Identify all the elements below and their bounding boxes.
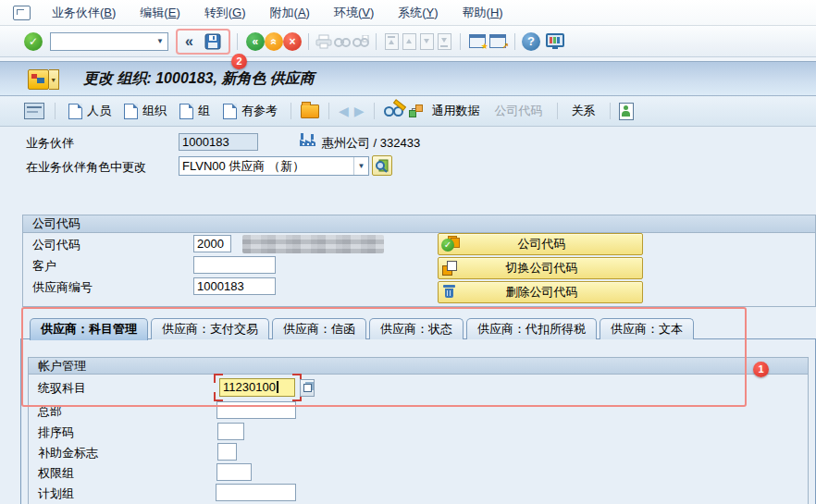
first-page-button[interactable] [385, 33, 399, 50]
menu-item-3[interactable]: 附加(A) [258, 1, 322, 25]
role-search-button[interactable] [372, 155, 392, 176]
overview-button[interactable] [24, 103, 44, 119]
create-organization-button[interactable]: 组织 [117, 100, 173, 122]
shortcut-arrow-icon: ↗ [501, 43, 509, 51]
delete-company-code-label: 删除公司代码 [460, 284, 624, 301]
services-for-object-button[interactable]: ▼ [28, 69, 59, 88]
switch-icon [441, 260, 460, 277]
menu-item-2[interactable]: 转到(G) [192, 1, 258, 25]
planning-group-label: 计划组 [38, 486, 74, 502]
partner-card-icon[interactable] [619, 103, 634, 120]
menu-bar: 业务伙伴(B)编辑(E)转到(G)附加(A)环境(V)系统(Y)帮助(H) [0, 0, 816, 26]
create-shortcut-button[interactable]: ↗ [489, 34, 506, 48]
system-menu-icon[interactable] [13, 6, 31, 20]
bp-description: 惠州公司 / 332433 [322, 135, 420, 152]
document-icon [223, 104, 237, 119]
arrow-left-icon: ◀ [339, 104, 349, 118]
menu-items: 业务伙伴(B)编辑(E)转到(G)附加(A)环境(V)系统(Y)帮助(H) [40, 1, 515, 25]
tab-strip: 供应商：科目管理供应商：支付交易供应商：信函供应商：状态供应商：代扣所得税供应商… [30, 318, 697, 340]
tab-3[interactable]: 供应商：状态 [369, 318, 464, 339]
chevron-down-icon[interactable]: ▼ [153, 37, 167, 45]
standard-toolbar: ✓ ▼ « « « × [0, 26, 816, 57]
authorization-group-field[interactable] [216, 463, 252, 481]
customer-field[interactable] [193, 256, 276, 274]
company-code-field[interactable]: 2000 [193, 235, 231, 252]
check-icon: ✓ [29, 36, 38, 47]
monitor-icon [546, 33, 564, 50]
create-organization-label: 组织 [142, 103, 167, 119]
page-title: 更改 组织: 1000183, 新角色 供应商 [83, 69, 315, 89]
switch-company-code-button[interactable]: 切换公司代码 [438, 257, 643, 279]
find-next-button[interactable] [352, 35, 369, 48]
authorization-group-label: 权限组 [38, 465, 74, 482]
document-icon [124, 104, 138, 119]
enter-button[interactable]: ✓ [24, 32, 43, 51]
previous-bp-button[interactable]: ◀ [339, 104, 349, 118]
exit-up-button[interactable]: « [265, 32, 283, 51]
help-button[interactable]: ? [522, 32, 540, 51]
org-structure-icon[interactable] [409, 104, 423, 118]
next-bp-button[interactable]: ▶ [354, 104, 365, 118]
menu-item-1[interactable]: 编辑(E) [128, 1, 192, 25]
display-change-toggle-button[interactable] [384, 104, 404, 118]
last-page-button[interactable] [438, 33, 451, 50]
tab-5[interactable]: 供应商：文本 [600, 318, 694, 339]
collapse-icon[interactable]: « [185, 33, 193, 50]
back-button[interactable]: « [246, 32, 265, 51]
bp-label: 业务伙伴 [26, 135, 74, 152]
print-button[interactable] [315, 34, 332, 49]
vendor-number-field[interactable]: 1000183 [193, 277, 276, 295]
general-data-button[interactable]: 通用数据 [425, 100, 488, 122]
company-code-label: 公司代码 [32, 237, 80, 253]
menu-item-4[interactable]: 环境(V) [322, 1, 386, 25]
tab-4[interactable]: 供应商：代扣所得税 [466, 318, 597, 339]
new-session-button[interactable]: ★ [469, 34, 486, 48]
tab-0[interactable]: 供应商：科目管理 [30, 318, 148, 340]
delete-company-code-button[interactable]: 删除公司代码 [438, 281, 643, 303]
relationships-button[interactable]: 关系 [564, 100, 603, 122]
annotation-box-2: « [176, 29, 230, 55]
sap-gui-window: 业务伙伴(B)编辑(E)转到(G)附加(A)环境(V)系统(Y)帮助(H) ✓ … [0, 0, 816, 504]
open-bp-button[interactable] [301, 104, 319, 118]
account-management-group: 帐户管理 统驭科目 11230100 总部 排序码 补助金标志 权限组 计划组 [28, 357, 809, 504]
overview-icon [24, 103, 44, 119]
chevron-down-icon[interactable]: ▼ [49, 69, 59, 90]
chevron-down-icon[interactable]: ▼ [353, 157, 368, 175]
reconciliation-account-field[interactable]: 11230100 [219, 378, 295, 397]
bp-role-dropdown[interactable]: FLVN00 供应商 （新） ▼ [179, 156, 369, 176]
customize-layout-button[interactable] [546, 33, 564, 50]
binoculars-icon [334, 35, 351, 48]
matchcode-button[interactable] [300, 379, 315, 397]
menu-item-5[interactable]: 系统(Y) [386, 1, 450, 25]
back-icon: « [253, 36, 259, 47]
document-icon [68, 104, 82, 119]
printer-icon [315, 34, 332, 49]
tab-2[interactable]: 供应商：信函 [272, 318, 366, 339]
sort-key-field[interactable] [217, 423, 244, 440]
command-field[interactable]: ▼ [50, 32, 168, 51]
bp-number-field[interactable]: 1000183 [179, 133, 258, 151]
save-button[interactable] [204, 33, 221, 50]
head-office-field[interactable] [216, 401, 296, 419]
tab-1[interactable]: 供应商：支付交易 [151, 318, 269, 339]
overlap-squares-icon [303, 384, 312, 392]
cancel-button[interactable]: × [283, 32, 302, 51]
menu-item-6[interactable]: 帮助(H) [451, 1, 515, 25]
planning-group-field[interactable] [216, 484, 296, 501]
trash-icon [441, 284, 460, 301]
create-group-button[interactable]: 组 [173, 100, 216, 122]
subsidy-indicator-field[interactable] [217, 443, 237, 461]
find-button[interactable] [334, 35, 351, 48]
floppy-icon [204, 33, 221, 50]
menu-item-0[interactable]: 业务伙伴(B) [40, 1, 128, 25]
create-with-reference-button[interactable]: 有参考 [216, 100, 284, 122]
organization-factory-icon [299, 132, 316, 147]
binoculars-next-icon [352, 35, 369, 48]
next-page-button[interactable] [420, 33, 434, 50]
redacted-company-name [242, 235, 384, 253]
previous-page-button[interactable] [402, 33, 416, 50]
command-input[interactable] [51, 33, 153, 50]
create-group-label: 组 [198, 103, 210, 119]
create-person-button[interactable]: 人员 [62, 100, 117, 122]
company-code-button[interactable]: ✓ 公司代码 [438, 233, 643, 255]
